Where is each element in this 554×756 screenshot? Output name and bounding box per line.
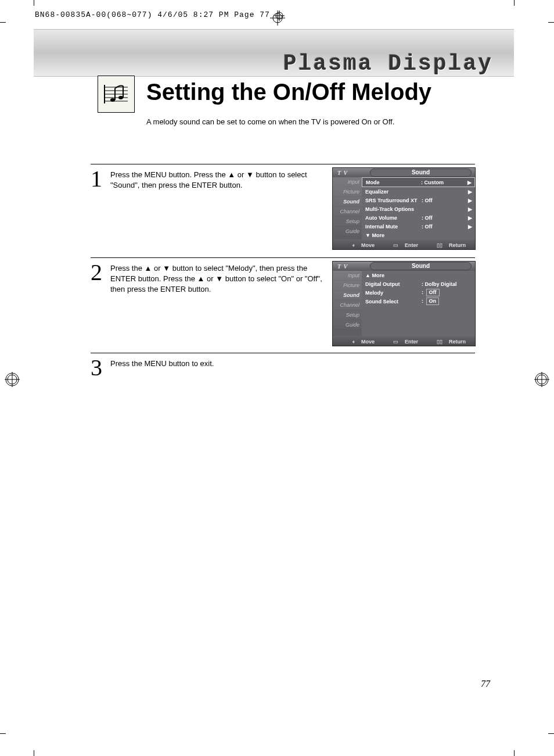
- osd-row: Equalizer▶: [362, 187, 475, 196]
- osd-title: Sound: [370, 262, 472, 270]
- music-note-icon: [98, 76, 135, 113]
- crop-mark: [548, 22, 554, 23]
- osd-row-more: ▼ More: [362, 231, 475, 239]
- step-text: Press the ▲ or ▼ button to select "Melod…: [110, 263, 323, 295]
- crop-mark: [0, 733, 6, 734]
- banner-title: Plasma Display: [283, 51, 493, 76]
- osd-row: SRS TruSurround XT: Off▶: [362, 196, 475, 205]
- return-icon: ▯▯: [437, 339, 443, 345]
- osd-tv-label: T V: [333, 170, 366, 176]
- osd-tab: Guide: [333, 320, 362, 330]
- registration-mark-icon: [534, 372, 549, 389]
- crop-mark: [514, 750, 515, 756]
- osd-footer: ♦Move ▭Enter ▯▯Return: [333, 336, 475, 346]
- osd-row-more: ▲ More: [362, 271, 475, 280]
- step-3: 3 Press the MENU button to exit.: [91, 359, 323, 379]
- osd-row-melody: Melody: Off: [362, 288, 475, 297]
- osd-row: Auto Volume: Off▶: [362, 213, 475, 222]
- osd-row-mode: Mode: Custom▶: [362, 177, 475, 187]
- osd-tab: Sound: [333, 291, 362, 300]
- osd-main: ▲ More Digital Output: Dolby Digital Mel…: [362, 271, 475, 336]
- crop-mark: [34, 750, 34, 756]
- step-number: 2: [91, 259, 102, 285]
- svg-point-9: [110, 98, 115, 102]
- page-title: Setting the On/Off Melody: [146, 79, 431, 105]
- osd-main: Mode: Custom▶ Equalizer▶ SRS TruSurround…: [362, 177, 475, 239]
- registration-mark-icon: [270, 10, 285, 751]
- osd-tab: Input: [333, 177, 362, 187]
- osd-tab: Guide: [333, 227, 362, 237]
- crop-mark: [0, 22, 6, 23]
- osd-row: Multi-Track Options▶: [362, 205, 475, 213]
- step-number: 1: [91, 166, 102, 192]
- osd-tab: Sound: [333, 197, 362, 207]
- osd-screenshot-1: T V Sound Input Picture Sound Channel Se…: [332, 167, 476, 250]
- step-text: Press the MENU button. Press the ▲ or ▼ …: [110, 170, 323, 191]
- step-2: 2 Press the ▲ or ▼ button to select "Mel…: [91, 263, 323, 295]
- osd-row: Digital Output: Dolby Digital: [362, 280, 475, 288]
- osd-tv-label: T V: [333, 263, 366, 270]
- osd-row-sound-select: Sound Select: On: [362, 297, 475, 306]
- registration-mark-icon: [5, 372, 20, 389]
- osd-row: Internal Mute: Off▶: [362, 222, 475, 231]
- crop-mark: [514, 0, 515, 6]
- osd-screenshot-2: T V Sound Input Picture Sound Channel Se…: [332, 261, 476, 346]
- step-text: Press the MENU button to exit.: [110, 359, 214, 369]
- crop-mark: [548, 733, 554, 734]
- move-icon: ♦: [352, 339, 355, 345]
- return-icon: ▯▯: [437, 242, 443, 248]
- osd-sidebar: Input Picture Sound Channel Setup Guide: [333, 177, 362, 239]
- enter-icon: ▭: [393, 339, 398, 345]
- osd-tab: Input: [333, 271, 362, 281]
- step-1: 1 Press the MENU button. Press the ▲ or …: [91, 170, 323, 191]
- osd-tab: Setup: [333, 217, 362, 227]
- osd-sidebar: Input Picture Sound Channel Setup Guide: [333, 271, 362, 336]
- osd-tab: Setup: [333, 310, 362, 320]
- page-number: 77: [481, 679, 490, 689]
- osd-tab: Picture: [333, 281, 362, 291]
- printers-slug: BN68-00835A-00(068~077) 4/6/05 8:27 PM P…: [35, 10, 270, 19]
- step-number: 3: [91, 354, 102, 381]
- move-icon: ♦: [352, 242, 355, 248]
- osd-tab: Channel: [333, 207, 362, 217]
- osd-title: Sound: [370, 169, 472, 177]
- crop-mark: [34, 0, 34, 6]
- osd-footer: ♦Move ▭Enter ▯▯Return: [333, 239, 475, 249]
- svg-point-11: [118, 96, 123, 99]
- osd-tab: Picture: [333, 187, 362, 197]
- osd-tab: Channel: [333, 300, 362, 310]
- enter-icon: ▭: [393, 242, 398, 248]
